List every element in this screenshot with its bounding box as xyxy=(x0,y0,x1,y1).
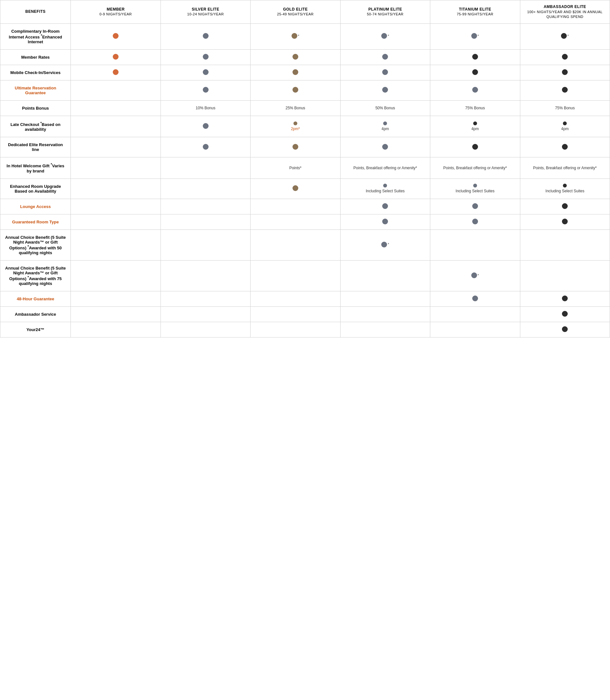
cell-text-value: Including Select Suites xyxy=(455,189,494,194)
tier-cell: * xyxy=(430,260,520,291)
benefit-name-cell: Late Checkout *Based on availability xyxy=(0,116,71,137)
tier-cell xyxy=(340,214,430,229)
tier-cell xyxy=(340,80,430,100)
cell-text-value: Points, Breakfast offering or Amenity* xyxy=(444,166,507,170)
tier-cell xyxy=(520,322,610,337)
titanium-elite-tier-name: TITANIUM ELITE xyxy=(459,7,491,12)
tier-cell: 50% Bonus xyxy=(340,100,430,116)
tier-cell: 4pm xyxy=(340,116,430,137)
tier-cell xyxy=(161,229,250,260)
tier-cell xyxy=(340,199,430,214)
member-tier-nights: 0-9 nights/year xyxy=(74,12,158,17)
table-row: Ambassador Service xyxy=(0,307,610,322)
header-row: BENEFITS MEMBER 0-9 nights/year SILVER E… xyxy=(0,0,610,24)
tier-cell xyxy=(340,307,430,322)
tier-cell xyxy=(430,322,520,337)
tier-cell xyxy=(161,178,250,199)
cell-text-value: 25% Bonus xyxy=(286,106,305,110)
table-row: Guaranteed Room Type xyxy=(0,214,610,229)
cell-text-value: 75% Bonus xyxy=(465,106,485,110)
tier-cell xyxy=(520,260,610,291)
titanium-elite-tier-header: TITANIUM ELITE 75-99 nights/year xyxy=(430,0,520,24)
member-tier-header: MEMBER 0-9 nights/year xyxy=(71,0,161,24)
tier-cell: * xyxy=(340,23,430,49)
benefit-name-cell: Ultimate Reservation Guarantee xyxy=(0,80,71,100)
table-row: Ultimate Reservation Guarantee xyxy=(0,80,610,100)
tier-cell xyxy=(71,214,161,229)
table-row: Lounge Access xyxy=(0,199,610,214)
tier-cell xyxy=(161,260,250,291)
tier-cell: 10% Bonus xyxy=(161,100,250,116)
tier-cell xyxy=(71,116,161,137)
tier-cell xyxy=(520,65,610,80)
tier-cell xyxy=(161,214,250,229)
tier-cell: Points, Breakfast offering or Amenity* xyxy=(520,157,610,178)
tier-cell: * xyxy=(430,23,520,49)
table-row: Dedicated Elite Reservation line xyxy=(0,137,610,157)
tier-cell: 75% Bonus xyxy=(520,100,610,116)
cell-text-value: Points, Breakfast offering or Amenity* xyxy=(353,166,417,170)
tier-cell xyxy=(71,291,161,307)
tier-cell xyxy=(71,322,161,337)
benefit-name-cell: 48-Hour Guarantee xyxy=(0,291,71,307)
cell-text-value: Including Select Suites xyxy=(546,189,584,194)
tier-cell xyxy=(430,229,520,260)
cell-text-value: 50% Bonus xyxy=(375,106,395,110)
gold-elite-tier-nights: 25-49 nights/year xyxy=(253,12,337,17)
tier-cell xyxy=(161,49,250,65)
tier-cell: 25% Bonus xyxy=(251,100,340,116)
tier-cell: Points* xyxy=(251,157,340,178)
benefit-name-cell: In Hotel Welcome Gift *Varies by brand xyxy=(0,157,71,178)
tier-cell xyxy=(520,137,610,157)
table-body: Complimentary In-Room Internet Access *E… xyxy=(0,23,610,337)
benefit-name-cell: Points Bonus xyxy=(0,100,71,116)
tier-cell xyxy=(520,80,610,100)
tier-cell xyxy=(430,199,520,214)
ambassador-elite-tier-name: AMBASSADOR ELITE xyxy=(544,4,586,9)
cell-text-value: 4pm xyxy=(561,127,569,132)
tier-cell xyxy=(71,100,161,116)
table-row: Annual Choice Benefit (5 Suite Night Awa… xyxy=(0,229,610,260)
tier-cell xyxy=(161,137,250,157)
tier-cell xyxy=(340,291,430,307)
tier-cell xyxy=(161,157,250,178)
tier-cell xyxy=(340,49,430,65)
tier-cell xyxy=(161,23,250,49)
gold-elite-tier-header: GOLD ELITE 25-49 nights/year xyxy=(251,0,340,24)
tier-cell: 2pm* xyxy=(251,116,340,137)
tier-cell xyxy=(340,260,430,291)
tier-cell: Points, Breakfast offering or Amenity* xyxy=(340,157,430,178)
tier-cell xyxy=(71,80,161,100)
tier-cell xyxy=(520,214,610,229)
tier-cell xyxy=(251,137,340,157)
cell-text-value: 10% Bonus xyxy=(196,106,215,110)
benefit-name-cell: Guaranteed Room Type xyxy=(0,214,71,229)
silver-elite-tier-nights: 10-24 nights/year xyxy=(163,12,248,17)
cell-text-value: 4pm xyxy=(382,127,389,132)
silver-elite-tier-name: SILVER ELITE xyxy=(192,7,220,12)
tier-cell xyxy=(251,199,340,214)
tier-cell xyxy=(71,199,161,214)
tier-cell xyxy=(430,214,520,229)
tier-cell xyxy=(340,65,430,80)
tier-cell xyxy=(251,260,340,291)
tier-cell xyxy=(520,307,610,322)
tier-cell: 4pm xyxy=(430,116,520,137)
tier-cell xyxy=(71,157,161,178)
table-row: In Hotel Welcome Gift *Varies by brandPo… xyxy=(0,157,610,178)
tier-cell xyxy=(251,322,340,337)
tier-cell xyxy=(340,137,430,157)
tier-cell xyxy=(251,178,340,199)
tier-cell xyxy=(251,214,340,229)
tier-cell xyxy=(520,229,610,260)
ambassador-elite-tier-nights: 100+ nights/year and $20K in annual qual… xyxy=(523,10,607,19)
tier-cell: * xyxy=(251,23,340,49)
tier-cell xyxy=(340,322,430,337)
ambassador-elite-tier-header: AMBASSADOR ELITE 100+ nights/year and $2… xyxy=(520,0,610,24)
tier-cell xyxy=(71,307,161,322)
benefit-name-cell: Mobile Check-In/Services xyxy=(0,65,71,80)
tier-cell xyxy=(520,49,610,65)
tier-cell: Points, Breakfast offering or Amenity* xyxy=(430,157,520,178)
benefit-name-cell: Enhanced Room Upgrade Based on Availabil… xyxy=(0,178,71,199)
table-row: Member Rates xyxy=(0,49,610,65)
